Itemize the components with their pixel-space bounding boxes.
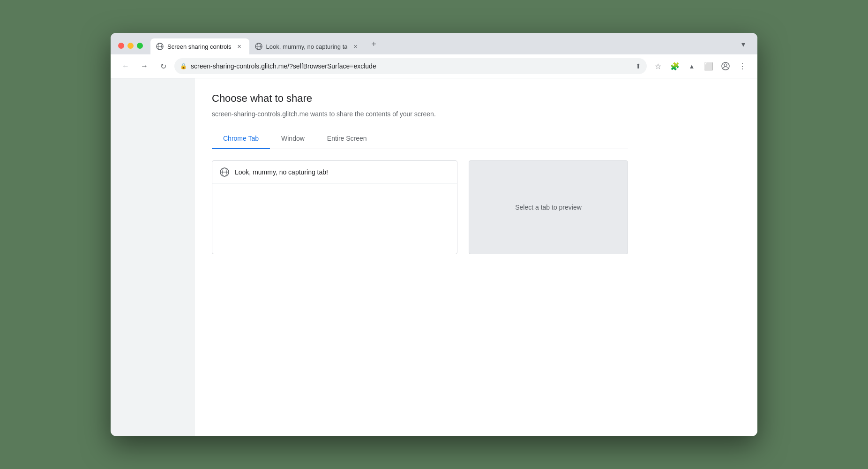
page-share-icon[interactable]: ⬆ — [636, 62, 641, 70]
svg-point-7 — [724, 64, 727, 67]
tab-title-2: Look, mummy, no capturing ta — [266, 43, 348, 50]
lock-icon: 🔒 — [180, 63, 187, 69]
url-text: screen-sharing-controls.glitch.me/?selfB… — [191, 62, 632, 70]
splitscreen-icon[interactable]: ⬜ — [701, 59, 716, 74]
traffic-lights — [118, 43, 143, 54]
tabs-list: Look, mummy, no capturing tab! — [212, 160, 457, 254]
new-tab-button[interactable]: + — [367, 38, 380, 51]
page-content: Choose what to share screen-sharing-cont… — [195, 78, 757, 436]
reload-button[interactable]: ↻ — [156, 59, 171, 74]
tab-window[interactable]: Window — [270, 129, 316, 149]
toolbar-icons: ☆ 🧩 ▲ ⬜ ⋮ — [651, 59, 750, 74]
bookmark-icon[interactable]: ☆ — [651, 59, 666, 74]
title-bar: Screen sharing controls ✕ Look, mummy, n… — [111, 33, 757, 54]
tab-item-favicon — [220, 167, 229, 177]
share-content: Look, mummy, no capturing tab! Select a … — [212, 160, 628, 254]
browser-window: Screen sharing controls ✕ Look, mummy, n… — [111, 33, 757, 436]
tab-title-1: Screen sharing controls — [167, 43, 232, 50]
tab-look-mummy[interactable]: Look, mummy, no capturing ta ✕ — [249, 38, 366, 54]
tab-favicon-1 — [156, 43, 164, 50]
extensions-icon[interactable]: 🧩 — [667, 59, 682, 74]
flask-icon[interactable]: ▲ — [684, 59, 699, 74]
tab-item-title: Look, mummy, no capturing tab! — [235, 168, 328, 176]
dialog-title: Choose what to share — [212, 92, 628, 105]
profile-icon[interactable] — [718, 59, 733, 74]
tab-close-2[interactable]: ✕ — [351, 42, 359, 51]
menu-icon[interactable]: ⋮ — [735, 59, 750, 74]
tabs-row: Screen sharing controls ✕ Look, mummy, n… — [150, 38, 750, 54]
close-button[interactable] — [118, 43, 124, 49]
preview-pane: Select a tab to preview — [469, 160, 628, 254]
tab-chrome-tab[interactable]: Chrome Tab — [212, 129, 270, 149]
back-button[interactable]: ← — [118, 59, 133, 74]
address-bar: ← → ↻ 🔒 screen-sharing-controls.glitch.m… — [111, 54, 757, 78]
minimize-button[interactable] — [127, 43, 134, 49]
tab-screen-sharing[interactable]: Screen sharing controls ✕ — [150, 38, 249, 54]
share-dialog: Choose what to share screen-sharing-cont… — [195, 78, 645, 268]
tab-close-1[interactable]: ✕ — [235, 42, 244, 51]
dialog-subtitle: screen-sharing-controls.glitch.me wants … — [212, 110, 628, 118]
share-tabs: Chrome Tab Window Entire Screen — [212, 129, 628, 149]
tab-favicon-2 — [255, 43, 262, 50]
preview-placeholder: Select a tab to preview — [515, 204, 582, 211]
tab-entire-screen[interactable]: Entire Screen — [316, 129, 378, 149]
tab-overflow-button[interactable]: ▾ — [737, 38, 750, 51]
list-item[interactable]: Look, mummy, no capturing tab! — [212, 161, 457, 184]
forward-button[interactable]: → — [137, 59, 152, 74]
url-bar[interactable]: 🔒 screen-sharing-controls.glitch.me/?sel… — [174, 58, 647, 74]
maximize-button[interactable] — [137, 43, 143, 49]
